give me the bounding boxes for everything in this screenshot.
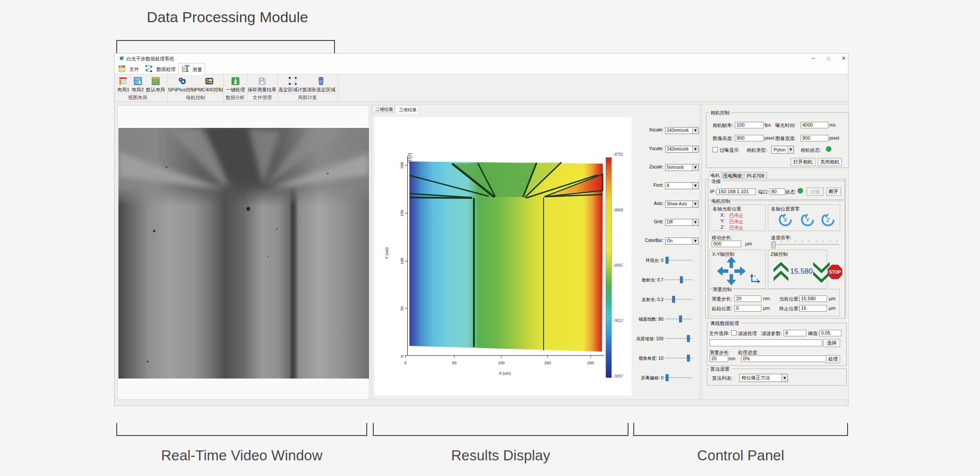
svg-text:-9022: -9022: [613, 318, 623, 323]
svg-text:150: 150: [400, 210, 404, 216]
svg-text:-9097: -9097: [613, 374, 623, 379]
svg-text:100: 100: [498, 361, 504, 365]
svg-text:0: 0: [404, 361, 406, 365]
svg-text:0: 0: [400, 355, 404, 357]
svg-text:200: 200: [400, 162, 404, 168]
svg-text:200: 200: [587, 361, 594, 365]
svg-text:-8945: -8945: [613, 263, 623, 268]
svg-text:Y: Y: [806, 217, 810, 223]
svg-text:100: 100: [400, 258, 404, 264]
svg-text:X (um): X (um): [499, 371, 511, 375]
svg-text:150: 150: [544, 361, 551, 365]
svg-text:-8792: -8792: [613, 152, 623, 157]
svg-text:50: 50: [400, 306, 404, 311]
svg-text:-8868: -8868: [613, 208, 623, 212]
svg-text:Y (um): Y (um): [385, 248, 389, 259]
svg-text:Z: Z: [826, 217, 830, 223]
svg-text:X: X: [783, 217, 787, 223]
svg-text:50: 50: [452, 361, 456, 365]
svg-text:STOP: STOP: [829, 270, 841, 275]
